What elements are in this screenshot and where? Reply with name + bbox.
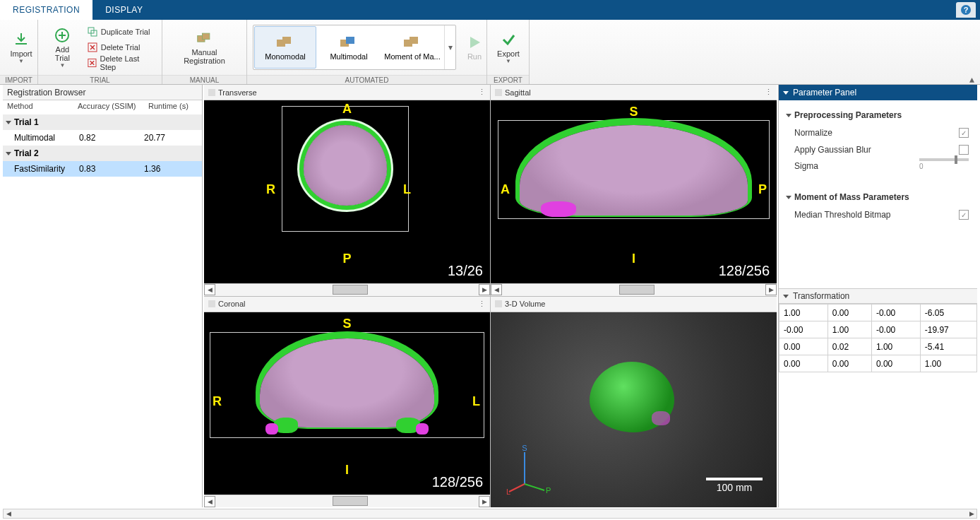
normalize-checkbox[interactable]: ✓	[959, 128, 969, 138]
scale-bar: 100 mm	[706, 478, 763, 493]
svg-rect-12	[346, 37, 354, 44]
parameter-panel-header[interactable]: Parameter Panel	[779, 85, 977, 100]
orient-label: I	[632, 252, 635, 266]
svg-rect-10	[282, 37, 291, 44]
delete-trial-button[interactable]: Delete Trial	[83, 40, 157, 55]
median-threshold-checkbox[interactable]: ✓	[959, 210, 969, 220]
monomodal-icon	[275, 35, 295, 50]
orient-label: L	[472, 394, 480, 409]
gaussian-checkbox[interactable]	[959, 145, 969, 155]
toolstrip: Import ▼ IMPORT Add Trial ▼ Duplicate Tr…	[0, 20, 980, 85]
mom-header: Moment of Mass Parameters	[794, 192, 909, 202]
import-button[interactable]: Import ▼	[4, 23, 38, 72]
orient-label: S	[629, 105, 638, 119]
pin-icon	[495, 300, 502, 307]
view-menu-icon[interactable]: ⋮	[478, 300, 486, 309]
view-menu-icon[interactable]: ⋮	[765, 88, 772, 97]
view-coronal: Coronal⋮ S I R L 128/256 ◀▶	[204, 297, 490, 508]
registration-browser-header: Registration Browser	[3, 85, 202, 100]
delete-last-step-button[interactable]: Delete Last Step	[83, 55, 157, 71]
preproc-header: Preprocessing Parameters	[794, 110, 902, 120]
orient-label: S	[342, 317, 351, 331]
svg-text:L: L	[506, 488, 510, 495]
svg-rect-16	[495, 89, 502, 96]
view-sagittal: Sagittal⋮ S I A P 128/256 ◀▶	[491, 85, 777, 296]
view-menu-icon[interactable]: ⋮	[478, 88, 486, 97]
view-coronal-title: Coronal	[218, 300, 246, 308]
trial-1-header[interactable]: Trial 1	[3, 114, 202, 130]
registration-browser-panel: Registration Browser Method Accuracy (SS…	[3, 85, 203, 507]
svg-rect-8	[202, 33, 209, 40]
sigma-slider[interactable]	[919, 158, 969, 161]
slice-index: 13/26	[448, 263, 483, 279]
transformation-header[interactable]: Transformation	[779, 288, 977, 304]
view-transverse-title: Transverse	[218, 88, 257, 97]
trial-2-row-0[interactable]: FastSimilarity0.831.36	[3, 161, 202, 177]
multimodal-icon	[339, 35, 359, 50]
transformation-matrix: 1.000.00-0.00-6.05 -0.001.00-0.00-19.97 …	[779, 304, 977, 372]
svg-line-21	[525, 484, 544, 490]
group-label-export: EXPORT	[487, 75, 529, 84]
slice-index: 128/256	[432, 474, 483, 490]
orient-label: I	[345, 463, 349, 478]
svg-line-20	[509, 484, 525, 492]
duplicate-icon	[87, 26, 98, 37]
document-scrollbar[interactable]: ◀▶	[3, 509, 977, 519]
import-icon	[13, 31, 30, 48]
slice-scrollbar[interactable]: ◀▶	[491, 283, 777, 296]
gallery-item-monomodal[interactable]: Monomodal	[254, 26, 316, 69]
slice-scrollbar[interactable]: ◀▶	[204, 495, 490, 507]
group-label-import: IMPORT	[0, 75, 37, 84]
view-grid: Transverse⋮ A P R L 13/26 ◀▶ Sagittal⋮	[204, 85, 777, 507]
svg-text:P: P	[546, 486, 551, 495]
svg-rect-15	[208, 89, 215, 96]
manual-registration-icon	[196, 30, 213, 47]
group-label-automated: AUTOMATED	[247, 75, 486, 84]
volume-viewport[interactable]: S L P 100 mm	[491, 312, 777, 508]
gallery-item-multimodal[interactable]: Multimodal	[318, 26, 380, 69]
median-threshold-label: Median Threshold Bitmap	[794, 210, 959, 220]
sigma-value: 0	[919, 162, 970, 170]
trial-1-row-0[interactable]: Multimodal0.8220.77	[3, 130, 202, 146]
browser-column-headers: Method Accuracy (SSIM) Runtime (s)	[3, 100, 202, 114]
orient-label: P	[758, 182, 767, 197]
axis-3d-icon: S L P	[503, 445, 553, 495]
trial-2-header[interactable]: Trial 2	[3, 146, 202, 161]
tab-display[interactable]: DISPLAY	[92, 0, 155, 20]
orient-label: R	[266, 182, 275, 197]
svg-rect-14	[410, 37, 418, 44]
view-sagittal-title: Sagittal	[505, 88, 531, 97]
manual-registration-button[interactable]: Manual Registration	[167, 23, 242, 72]
orient-label: A	[501, 182, 510, 197]
add-trial-button[interactable]: Add Trial ▼	[42, 23, 83, 72]
delete-last-icon	[87, 57, 97, 69]
export-button[interactable]: Export ▼	[491, 23, 525, 72]
group-label-trial: TRIAL	[38, 75, 162, 84]
add-trial-icon	[54, 27, 71, 44]
moment-of-mass-icon	[402, 35, 422, 50]
slice-index: 128/256	[719, 263, 770, 279]
help-button[interactable]: ?	[956, 2, 976, 18]
sigma-label: Sigma	[794, 158, 919, 171]
svg-text:?: ?	[964, 6, 969, 14]
tab-bar: REGISTRATION DISPLAY ?	[0, 0, 980, 20]
svg-text:S: S	[522, 445, 527, 452]
collapse-toolstrip-icon[interactable]: ▴	[969, 73, 974, 85]
gallery-item-moment-of-mass[interactable]: Moment of Ma...	[381, 26, 443, 69]
gallery-dropdown[interactable]: ▾	[444, 25, 455, 69]
orient-label: R	[213, 394, 222, 409]
normalize-label: Normalize	[794, 128, 959, 138]
view-3d-volume: 3-D Volume S L P 100 mm	[491, 297, 777, 508]
run-icon	[466, 34, 483, 51]
gaussian-label: Apply Gaussian Blur	[794, 145, 959, 155]
duplicate-trial-button[interactable]: Duplicate Trial	[83, 24, 157, 40]
tab-registration[interactable]: REGISTRATION	[0, 0, 92, 20]
run-button[interactable]: Run	[458, 23, 491, 72]
pin-icon	[208, 300, 215, 307]
delete-trial-icon	[87, 42, 98, 53]
view-volume-title: 3-D Volume	[505, 300, 545, 308]
right-panel: Parameter Panel Preprocessing Parameters…	[778, 85, 977, 507]
orient-label: L	[403, 182, 411, 197]
slice-scrollbar[interactable]: ◀▶	[204, 283, 490, 296]
view-transverse: Transverse⋮ A P R L 13/26 ◀▶	[204, 85, 490, 296]
